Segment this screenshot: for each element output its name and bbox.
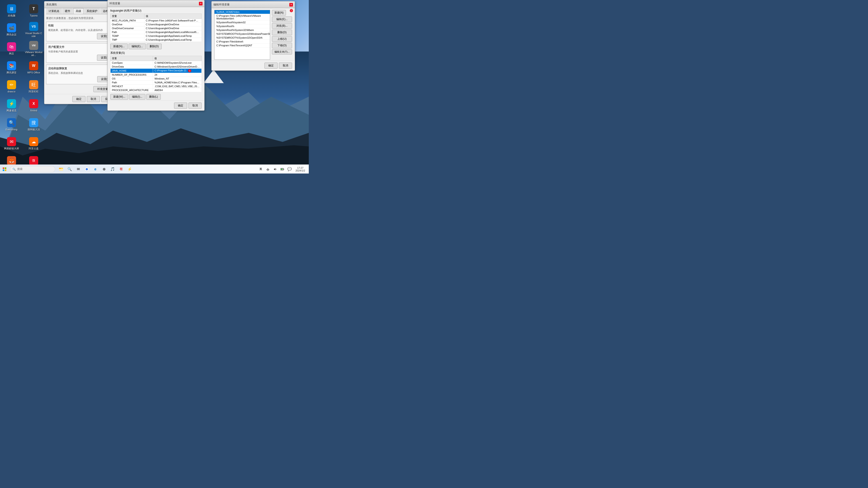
taskbar-youdao-icon: 有 (120, 167, 123, 171)
tray-keyboard-icon[interactable]: 英 (257, 165, 264, 173)
edit-env-down-button[interactable]: 下移(O) (272, 43, 292, 48)
sidebar-item-wps[interactable]: W WPS Office (23, 59, 44, 77)
edit-env-new-button[interactable]: 新建(N) (272, 10, 286, 15)
taskbar-chrome-icon (85, 167, 89, 171)
sys-props-cancel-button[interactable]: 取消 (87, 96, 100, 102)
sidebar-item-tencent-class[interactable]: 📚 腾讯课堂 (1, 59, 22, 77)
tray-time[interactable]: 17:27 2024/1/2 (293, 166, 307, 172)
user-var-name-3: Path (111, 30, 145, 34)
sidebar-item-ci[interactable]: 🖥 此电脑 (1, 2, 22, 20)
edit-env-delete-button[interactable]: 删除(D) (272, 30, 292, 35)
tab-system-protection[interactable]: 系统保护 (84, 8, 100, 14)
start-button[interactable] (0, 165, 9, 174)
alibaba-label: 阿里旺旺 (29, 90, 39, 93)
table-row[interactable]: MOZ_PLUGIN_PATH C:\Program Files (x86)\F… (111, 19, 202, 23)
edit-env-cancel-button[interactable]: 取消 (279, 63, 292, 69)
user-vars-delete-button[interactable]: 删除(D) (147, 43, 162, 49)
env-vars-cancel-button[interactable]: 取消 (188, 103, 202, 109)
user-vars-new-button[interactable]: 新建(N)... (110, 43, 128, 49)
sidebar-item-typora[interactable]: T Typora (23, 2, 44, 20)
wps-label: WPS Office (27, 71, 40, 74)
sidebar-item-vmware[interactable]: VM VMware Workstati... (23, 40, 44, 58)
taskbar-icon-music[interactable]: 🎵 (108, 165, 117, 173)
sidebar-item-tencent[interactable]: 📹 腾讯会议 (1, 21, 22, 39)
sidebar-item-aliyun[interactable]: ☁ 阿里云盘 (23, 135, 44, 153)
table-row[interactable]: PROCESSOR_ARCHITECTURE AMD64 (111, 88, 202, 92)
xmind-icon: X (29, 99, 38, 108)
taskbar-icon-search2[interactable]: ⊕ (100, 165, 108, 173)
sidebar-item-xmind[interactable]: X Xmind (23, 97, 44, 115)
table-row[interactable]: DriverData C:\Windows\System32\Drivers\D… (111, 65, 202, 69)
sys-var-name-4: OS (111, 77, 153, 80)
edit-env-edit-button[interactable]: 编辑(E)... (272, 17, 292, 22)
table-row[interactable]: TMP C:\Users\liuguanglei\AppData\Local\T… (111, 38, 202, 42)
sidebar-item-drawio[interactable]: ✏ draw.io (1, 78, 22, 96)
sys-var-value-6: .COM;.EXE;.BAT;.CMD;.VBS;.VBE;.JS;.JSE;.… (153, 85, 202, 88)
system-vars-edit-button[interactable]: 编辑(I)... (129, 94, 145, 100)
taskbar-icon-chrome-task[interactable] (83, 165, 91, 173)
env-vars-ok-button[interactable]: 确定 (174, 103, 187, 109)
taskbar-icon-edge-task[interactable]: e (91, 165, 99, 173)
taskbar-icon-youdao[interactable]: 有 (117, 165, 125, 173)
sidebar-item-wangdian[interactable]: 🛍 网店 (1, 40, 22, 58)
sidebar-item-email[interactable]: ✉ 网易邮箱大师 (1, 135, 22, 153)
table-row[interactable]: OneDrive C:\Users\liuguanglei\OneDrive (111, 23, 202, 26)
sys-var-value-2: C:\Program Files\Java\jdk-21 1 (153, 69, 202, 73)
tencent-class-icon: 📚 (7, 61, 16, 70)
table-row[interactable]: NUMBER_OF_PROCESSORS 24 (111, 73, 202, 77)
table-row[interactable]: ComSpec C:\WINDOWS\system32\cmd.exe (111, 61, 202, 65)
new-badge: 2 (290, 9, 293, 12)
taskbar-icon-misc[interactable]: ⚡ (126, 165, 134, 173)
table-row[interactable]: JAVA_HOME C:\Program Files\Java\jdk-21 1 (111, 69, 202, 73)
list-item[interactable]: C:\Program Files (x86)\VMware\VMware Wor… (215, 14, 270, 21)
tray-sound-icon[interactable] (272, 165, 278, 173)
table-row[interactable]: Path %JAVA_HOME%\bin;C:\Program Files (x… (111, 80, 202, 85)
sidebar-item-vscode[interactable]: VS Visual Studio Code (23, 21, 44, 39)
sound-icon (274, 168, 277, 171)
tab-hardware[interactable]: 硬件 (62, 8, 73, 14)
edit-env-browse-button[interactable]: 浏览(B)... (272, 23, 292, 29)
sidebar-item-sougou[interactable]: 搜 搜狗输入法 (23, 116, 44, 134)
env-vars-titlebar[interactable]: 环境变量 ✕ (107, 0, 204, 7)
table-row[interactable]: TEMP C:\Users\liuguanglei\AppData\Local\… (111, 34, 202, 38)
sidebar-item-everything[interactable]: 🔍 Everything (1, 116, 22, 134)
table-row[interactable]: OneDriveConsumer C:\Users\liuguanglei\On… (111, 26, 202, 30)
edit-env-titlebar[interactable]: 编辑环境变量 ✕ (212, 1, 295, 8)
taskbar-icon-search[interactable]: 🔍 (66, 165, 74, 173)
sidebar-item-alibaba[interactable]: 旺 阿里旺旺 (23, 78, 44, 96)
env-vars-close-button[interactable]: ✕ (199, 2, 203, 5)
list-item[interactable]: C:\Program Files\Tencent\QQNT (215, 43, 270, 47)
edit-env-close-button[interactable]: ✕ (289, 3, 293, 6)
edit-env-up-button[interactable]: 上移(U) (272, 36, 292, 42)
list-item[interactable]: %SYSTEMROOT%\System32\OpenSSH\ (215, 36, 270, 40)
table-row[interactable]: Path C:\Users\liuguanglei\AppData\Local\… (111, 30, 202, 34)
system-vars-delete-button[interactable]: 删除(L) (146, 94, 161, 100)
tab-advanced[interactable]: 高级 (73, 8, 84, 14)
table-row[interactable]: PATHEXT .COM;.EXE;.BAT;.CMD;.VBS;.VBE;.J… (111, 85, 202, 88)
list-item[interactable]: %SystemRoot%\System32\Wbem (215, 28, 270, 32)
tray-notification-icon[interactable]: 💬 (286, 165, 293, 173)
edit-env-list[interactable]: %JAVA_HOME%\bin C:\Program Files (x86)\V… (214, 10, 270, 60)
taskbar-search-box[interactable]: 🔍 搜索 (10, 166, 55, 172)
wangdian-icon: 🛍 (7, 42, 16, 51)
list-item[interactable]: %SystemRoot% (215, 24, 270, 28)
list-item[interactable]: %SystemRoot%\system32 (215, 21, 270, 24)
list-item[interactable]: C:\Program Files\dotnet\ (215, 40, 270, 43)
edit-env-ok-button[interactable]: 确定 (265, 63, 278, 69)
tray-battery-icon[interactable] (279, 165, 285, 173)
user-vars-edit-button[interactable]: 编辑(E)... (129, 43, 146, 49)
sidebar-item-neteasy[interactable]: ⚡ 网速省流 (1, 97, 22, 115)
taskbar-icon-mail[interactable]: ✉ (74, 165, 82, 173)
taskbar-app-icons: 🔍 ✉ e ⊕ 🎵 有 (57, 165, 134, 173)
edit-env-edit-text-button[interactable]: 编辑文本(T)... (272, 49, 292, 55)
system-vars-new-button[interactable]: 新建(W)... (110, 94, 128, 100)
list-item[interactable]: %SYSTEMROOT%\System32\WindowsPowerShell\… (215, 32, 270, 36)
list-item[interactable]: %JAVA_HOME%\bin (215, 10, 270, 14)
taskbar-icon-explorer[interactable] (57, 165, 65, 173)
tray-network-icon[interactable] (265, 165, 271, 173)
sys-var-name-5: Path (111, 80, 153, 85)
tab-computer-name[interactable]: 计算机名 (46, 8, 62, 14)
sys-props-ok-button[interactable]: 确定 (72, 96, 86, 102)
table-row[interactable]: OS Windows_NT (111, 77, 202, 80)
user-var-value-0: C:\Program Files (x86)\Foxit Software\Fo… (144, 19, 202, 23)
